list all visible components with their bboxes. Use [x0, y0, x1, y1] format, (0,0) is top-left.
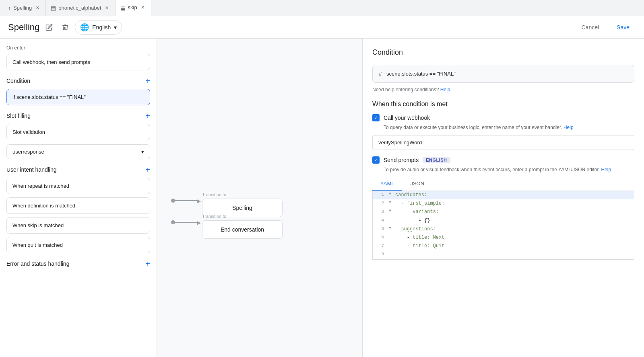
webhook-label: Call your webhook	[384, 115, 430, 121]
error-status-title: Error and status handling	[6, 261, 69, 267]
list-item[interactable]: When repeat is matched	[6, 178, 150, 194]
header: Spelling 🌐 English ▾ Cancel Save	[0, 16, 644, 39]
slot-add-button[interactable]: +	[145, 112, 150, 120]
transition2-label: Transition to	[202, 214, 226, 219]
send-prompts-checkbox-row: ✓ Send prompts ENGLISH	[372, 156, 634, 164]
condition-expression: scene.slots.status == "FINAL"	[386, 71, 456, 77]
left-panel: On enter Call webhook, then send prompts…	[0, 39, 157, 357]
transition1-label: Transition to	[202, 192, 226, 197]
user-intent-section-header: User intent handling +	[6, 166, 150, 174]
tab-skip-label: skip	[128, 4, 137, 10]
send-prompts-help-link[interactable]: Help	[601, 167, 611, 172]
transition2-box[interactable]: End conversation	[202, 220, 283, 239]
condition-title: Condition	[6, 78, 30, 84]
when-met-title: When this condition is met	[372, 101, 634, 108]
slot-filling-section-header: Slot filling +	[6, 112, 150, 120]
code-line-8: 8	[373, 250, 634, 259]
code-line-7: 7 - title: Quit	[373, 242, 634, 250]
cancel-button[interactable]: Cancel	[575, 22, 605, 33]
edit-button[interactable]	[43, 21, 56, 34]
delete-button[interactable]	[59, 21, 72, 34]
help-text: Need help entering conditions? Help	[372, 87, 634, 92]
code-line-3: 3 ▼ variants:	[373, 208, 634, 216]
tab-spelling-label: Spelling	[13, 5, 32, 11]
slot-validation-card[interactable]: Slot validation	[6, 124, 150, 140]
user-response-label: userresponse	[12, 149, 44, 155]
webhook-desc: To query data or execute your business l…	[384, 125, 634, 130]
user-intent-add-button[interactable]: +	[145, 166, 150, 174]
language-button[interactable]: 🌐 English ▾	[75, 20, 122, 35]
condition-value: if scene.slots.status == "FINAL"	[12, 94, 86, 100]
spelling-icon: ↑	[8, 5, 11, 11]
right-panel-title: Condition	[372, 48, 634, 57]
list-item[interactable]: When skip is matched	[6, 217, 150, 234]
on-enter-label: On enter	[6, 45, 150, 51]
main-layout: On enter Call webhook, then send prompts…	[0, 39, 644, 357]
chevron-down-icon: ▾	[114, 24, 117, 31]
header-actions: 🌐 English ▾	[43, 20, 122, 35]
list-item[interactable]: When definition is matched	[6, 197, 150, 214]
dropdown-arrow-icon: ▾	[141, 149, 144, 155]
connector-dot	[171, 199, 175, 203]
send-prompts-desc: To provide audio or visual feedback when…	[384, 167, 634, 172]
tabs-bar: ↑ Spelling ✕ ▤ phonetic_alphabet ✕ ▤ ski…	[0, 0, 644, 16]
tab-phonetic[interactable]: ▤ phonetic_alphabet ✕	[46, 0, 115, 16]
code-line-5: 5 ▼ suggestions:	[373, 225, 634, 234]
code-line-6: 6 - title: Next	[373, 234, 634, 242]
middle-canvas: ▶ Transition to Spelling ▶ Transition to…	[157, 39, 362, 357]
send-prompts-checkbox[interactable]: ✓	[372, 156, 380, 164]
condition-add-button[interactable]: +	[145, 77, 150, 85]
slot-filling-title: Slot filling	[6, 113, 31, 119]
transition2-target: End conversation	[221, 226, 264, 233]
webhook-help-link[interactable]: Help	[564, 125, 574, 130]
save-button[interactable]: Save	[610, 22, 636, 33]
tab-yaml[interactable]: YAML	[372, 177, 402, 191]
page-title: Spelling	[8, 22, 39, 33]
code-line-1: 1 ▼ candidates:	[373, 191, 634, 199]
connector-dot-2	[171, 220, 175, 224]
list-item[interactable]: When quit is matched	[6, 237, 150, 253]
webhook-checkbox-row: ✓ Call your webhook	[372, 114, 634, 121]
tab-json[interactable]: JSON	[402, 177, 432, 191]
user-intent-title: User intent handling	[6, 166, 57, 173]
slot-validation-label: Slot validation	[12, 129, 45, 135]
code-line-2: 2 ▼ - first_simple:	[373, 199, 634, 208]
skip-icon: ▤	[120, 4, 126, 11]
editor-tabs: YAML JSON	[372, 177, 634, 191]
tab-skip-close[interactable]: ✕	[140, 4, 146, 11]
error-status-section-header: Error and status handling +	[6, 260, 150, 268]
user-response-card[interactable]: userresponse ▾	[6, 144, 150, 159]
send-prompts-label: Send prompts	[384, 157, 419, 163]
phonetic-icon: ▤	[51, 5, 56, 11]
error-add-button[interactable]: +	[145, 260, 150, 268]
globe-icon: 🌐	[80, 23, 89, 32]
right-panel: Condition if scene.slots.status == "FINA…	[362, 39, 644, 357]
code-editor[interactable]: 1 ▼ candidates: 2 ▼ - first_simple: 3 ▼ …	[372, 191, 634, 260]
header-right: Cancel Save	[575, 22, 636, 33]
tab-spelling[interactable]: ↑ Spelling ✕	[3, 0, 46, 16]
on-enter-card[interactable]: Call webhook, then send prompts	[6, 54, 150, 70]
webhook-checkbox[interactable]: ✓	[372, 114, 380, 121]
condition-section-header: Condition +	[6, 77, 150, 85]
english-badge: ENGLISH	[423, 157, 450, 163]
if-label: if	[379, 71, 382, 77]
language-label: English	[92, 24, 111, 31]
on-enter-value: Call webhook, then send prompts	[12, 59, 90, 65]
tab-phonetic-label: phonetic_alphabet	[58, 5, 101, 11]
transition1-target: Spelling	[232, 205, 252, 211]
condition-card[interactable]: if scene.slots.status == "FINAL"	[6, 89, 150, 105]
tab-skip[interactable]: ▤ skip ✕	[116, 0, 151, 16]
condition-display-box: if scene.slots.status == "FINAL"	[372, 65, 634, 83]
tab-phonetic-close[interactable]: ✕	[104, 5, 110, 11]
help-link[interactable]: Help	[440, 87, 450, 92]
code-line-4: 4 - {}	[373, 217, 634, 225]
tab-spelling-close[interactable]: ✕	[34, 5, 41, 11]
webhook-input[interactable]	[372, 135, 634, 150]
